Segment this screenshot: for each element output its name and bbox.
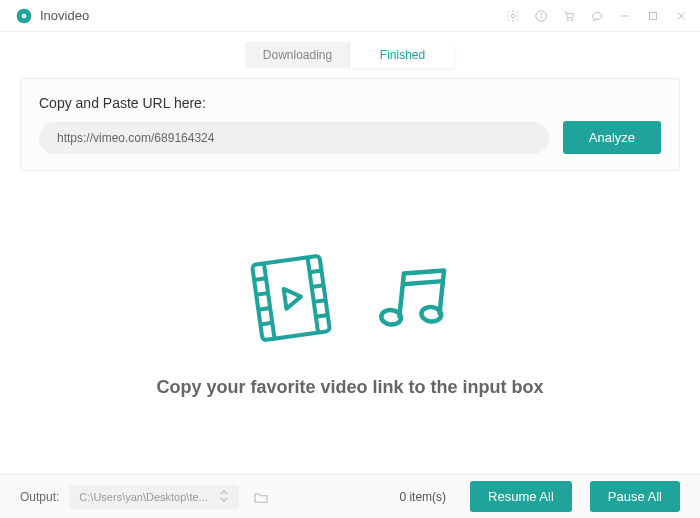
url-input[interactable] [39, 122, 549, 154]
svg-point-1 [511, 14, 515, 18]
svg-line-13 [307, 257, 318, 332]
info-icon[interactable] [534, 9, 548, 23]
tab-finished[interactable]: Finished [350, 42, 455, 68]
svg-line-15 [256, 293, 268, 295]
output-path-selector[interactable]: C:\Users\yan\Desktop\te... [69, 485, 239, 509]
output-label: Output: [20, 490, 59, 504]
item-count: 0 item(s) [399, 490, 446, 504]
svg-line-22 [403, 276, 443, 287]
maximize-icon[interactable] [646, 9, 660, 23]
titlebar: Inovideo [0, 0, 700, 32]
tab-downloading[interactable]: Downloading [245, 42, 350, 68]
svg-rect-8 [650, 12, 657, 19]
svg-point-6 [571, 19, 573, 21]
music-note-icon [369, 253, 459, 346]
chevron-updown-icon [219, 490, 229, 504]
footer: Output: C:\Users\yan\Desktop\te... 0 ite… [0, 474, 700, 518]
svg-point-5 [567, 19, 569, 21]
chat-icon[interactable] [590, 9, 604, 23]
svg-point-4 [541, 13, 542, 14]
close-icon[interactable] [674, 9, 688, 23]
empty-state: Copy your favorite video link to the inp… [0, 171, 700, 474]
cart-icon[interactable] [562, 9, 576, 23]
app-logo-icon [16, 8, 32, 24]
svg-line-18 [310, 270, 322, 272]
svg-line-20 [314, 300, 326, 302]
svg-line-19 [312, 285, 324, 287]
svg-line-12 [264, 263, 275, 338]
empty-illustration [241, 248, 459, 351]
svg-line-21 [316, 315, 328, 317]
open-folder-icon[interactable] [253, 490, 269, 504]
svg-line-16 [258, 307, 270, 309]
settings-icon[interactable] [506, 9, 520, 23]
empty-message: Copy your favorite video link to the inp… [156, 377, 543, 398]
svg-line-14 [254, 278, 266, 280]
titlebar-actions [506, 9, 688, 23]
output-path-text: C:\Users\yan\Desktop\te... [79, 491, 207, 503]
url-row: Analyze [39, 121, 661, 154]
film-icon [241, 248, 341, 351]
analyze-button[interactable]: Analyze [563, 121, 661, 154]
app-title: Inovideo [40, 8, 89, 23]
url-section: Copy and Paste URL here: Analyze [20, 78, 680, 171]
svg-line-17 [260, 322, 272, 324]
pause-all-button[interactable]: Pause All [590, 481, 680, 512]
resume-all-button[interactable]: Resume All [470, 481, 572, 512]
tabs: Downloading Finished [0, 32, 700, 78]
url-label: Copy and Paste URL here: [39, 95, 661, 111]
minimize-icon[interactable] [618, 9, 632, 23]
